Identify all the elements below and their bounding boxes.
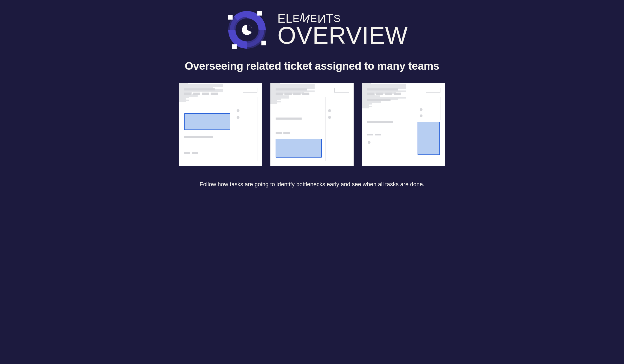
wireframe-card-3 (362, 83, 445, 166)
footer-caption: Follow how tasks are going to identify b… (200, 181, 425, 188)
svg-rect-2 (232, 44, 237, 49)
svg-rect-3 (228, 15, 233, 20)
wireframe-row (179, 83, 445, 166)
wireframe-card-1 (179, 83, 262, 166)
elements-logo-icon (226, 9, 268, 50)
highlight-box (276, 139, 322, 158)
svg-rect-1 (262, 41, 266, 45)
brand-name-line2: OVERVIEW (277, 23, 408, 47)
highlight-box (184, 113, 230, 130)
brand-block: ELEMENTS OVERVIEW (226, 9, 408, 50)
headline: Overseeing related ticket assigned to ma… (185, 60, 439, 72)
svg-rect-0 (257, 11, 262, 16)
wireframe-card-2 (270, 83, 354, 166)
highlight-box (418, 122, 440, 155)
